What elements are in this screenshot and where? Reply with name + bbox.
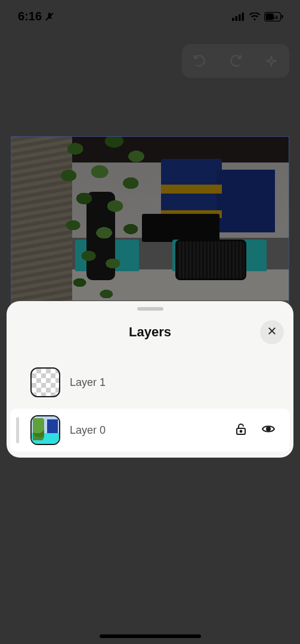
layer-row[interactable]: Layer 1 xyxy=(7,361,293,404)
layer-row[interactable]: Layer 0 xyxy=(10,409,290,452)
layer-name-label: Layer 1 xyxy=(70,376,283,389)
status-time: 6:16 xyxy=(18,10,42,23)
home-indicator[interactable] xyxy=(100,634,201,638)
editor-canvas[interactable] xyxy=(11,136,289,321)
svg-rect-3 xyxy=(239,14,241,21)
panel-title: Layers xyxy=(129,324,171,340)
wifi-icon xyxy=(249,13,261,21)
close-icon xyxy=(267,326,277,339)
svg-rect-1 xyxy=(232,18,234,21)
svg-point-12 xyxy=(240,431,242,433)
silent-icon xyxy=(44,11,55,22)
close-button[interactable] xyxy=(260,320,284,344)
svg-rect-4 xyxy=(242,13,245,21)
canvas-photo xyxy=(11,137,289,321)
layers-list: Layer 1 Layer 0 xyxy=(7,361,293,452)
sheet-grabber[interactable] xyxy=(137,307,163,311)
battery-icon: 54 xyxy=(264,12,283,22)
svg-text:54: 54 xyxy=(272,14,278,20)
status-bar: 6:16 54 xyxy=(0,0,300,33)
svg-rect-2 xyxy=(236,16,238,21)
editor-toolbar xyxy=(182,44,289,78)
layer-name-label: Layer 0 xyxy=(70,424,224,437)
layer-thumbnail xyxy=(30,415,60,445)
redo-button[interactable] xyxy=(225,50,246,72)
sparkle-button[interactable] xyxy=(261,50,282,72)
unlock-icon[interactable] xyxy=(234,422,248,438)
svg-point-13 xyxy=(267,427,270,431)
cellular-signal-icon xyxy=(232,13,245,21)
visibility-icon[interactable] xyxy=(261,422,276,438)
svg-rect-7 xyxy=(282,15,283,19)
layer-thumbnail xyxy=(30,367,60,397)
layers-panel: Layers Layer 1 Layer 0 xyxy=(7,301,293,458)
undo-button[interactable] xyxy=(189,50,211,72)
